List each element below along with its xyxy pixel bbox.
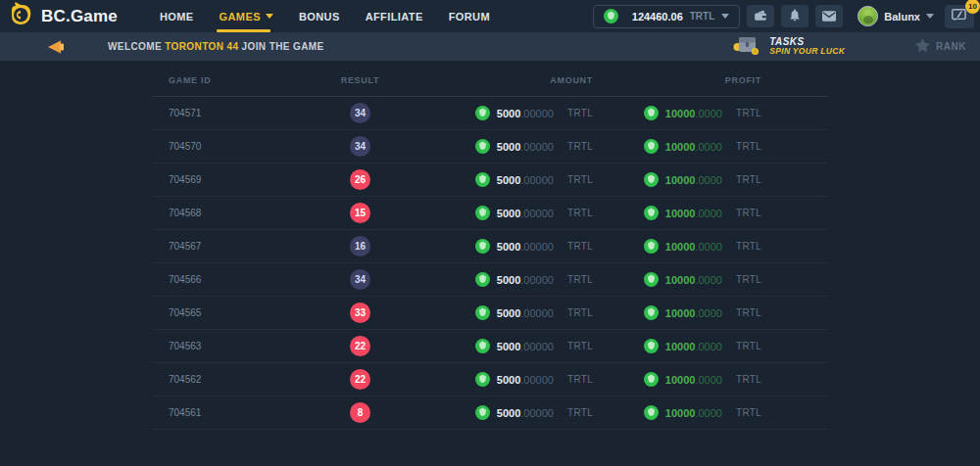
profit-currency: TRTL	[736, 174, 761, 185]
table-row[interactable]: 704566 34 5000.00000 TRTL 10000.0000 TRT…	[152, 263, 828, 297]
profit-integer: 10000	[665, 374, 696, 386]
game-id: 704571	[152, 108, 304, 118]
treasure-chest-icon	[733, 34, 760, 60]
chevron-down-icon	[926, 14, 934, 19]
trtl-coin-icon	[644, 139, 659, 154]
topbar-right: 124460.06 TRTL Balunx	[593, 5, 974, 28]
table-body: 704571 34 5000.00000 TRTL 10000.0000 TRT…	[152, 97, 828, 430]
profit-integer: 10000	[665, 407, 696, 419]
messages-button[interactable]	[815, 5, 843, 27]
trtl-coin-icon	[475, 272, 490, 287]
welcome-suffix: JOIN THE GAME	[238, 41, 323, 52]
mail-icon	[822, 8, 836, 25]
nav-home[interactable]: HOME	[147, 0, 207, 32]
table-header: GAME ID RESULT AMOUNT PROFIT	[152, 65, 828, 97]
logo[interactable]: BC.Game	[8, 2, 118, 31]
result-badge: 22	[350, 369, 370, 390]
amount-decimals: .00000	[520, 341, 554, 352]
tasks-subtitle: SPIN YOUR LUCK	[769, 47, 845, 57]
game-id: 704562	[152, 374, 304, 385]
trtl-coin-icon	[644, 206, 659, 220]
profit-cell: 10000.0000 TRTL	[608, 305, 828, 320]
game-history-table: GAME ID RESULT AMOUNT PROFIT 704571 34 5…	[152, 65, 828, 430]
table-row[interactable]: 704570 34 5000.00000 TRTL 10000.0000 TRT…	[152, 130, 828, 163]
profit-cell: 10000.0000 TRTL	[608, 139, 828, 154]
user-name: Balunx	[884, 11, 920, 23]
profit-cell: 10000.0000 TRTL	[608, 372, 828, 387]
amount-integer: 5000	[497, 374, 520, 386]
profit-integer: 10000	[665, 274, 696, 286]
wallet-button[interactable]	[747, 5, 774, 27]
trtl-coin-icon	[644, 272, 659, 287]
chat-button[interactable]: 10	[945, 5, 974, 28]
user-menu[interactable]: Balunx	[858, 6, 934, 26]
balance-selector[interactable]: 124460.06 TRTL	[593, 5, 741, 28]
welcome-message: WELCOME TORONTON 44 JOIN THE GAME	[108, 41, 324, 52]
amount-currency: TRTL	[567, 274, 593, 285]
chevron-down-icon	[266, 14, 273, 19]
amount-cell: 5000.00000 TRTL	[416, 239, 608, 254]
profit-cell: 10000.0000 TRTL	[608, 106, 828, 120]
tasks-link[interactable]: TASKS SPIN YOUR LUCK	[733, 34, 845, 60]
amount-integer: 5000	[497, 108, 520, 119]
profit-currency: TRTL	[736, 374, 761, 385]
result-badge: 34	[350, 136, 370, 157]
amount-currency: TRTL	[567, 341, 593, 351]
amount-integer: 5000	[497, 341, 520, 352]
trtl-coin-icon	[475, 339, 490, 353]
wallet-icon	[754, 8, 767, 25]
amount-cell: 5000.00000 TRTL	[416, 372, 608, 387]
profit-currency: TRTL	[736, 341, 761, 351]
rank-label: RANK	[936, 41, 966, 52]
amount-decimals: .00000	[520, 141, 554, 153]
table-row[interactable]: 704563 22 5000.00000 TRTL 10000.0000 TRT…	[152, 330, 828, 363]
table-row[interactable]: 704565 33 5000.00000 TRTL 10000.0000 TRT…	[152, 297, 828, 330]
profit-decimals: .0000	[695, 108, 722, 119]
table-row[interactable]: 704568 15 5000.00000 TRTL 10000.0000 TRT…	[152, 197, 828, 230]
rank-link[interactable]: RANK	[915, 38, 966, 56]
avatar	[858, 6, 878, 26]
amount-integer: 5000	[497, 307, 520, 319]
amount-cell: 5000.00000 TRTL	[416, 106, 608, 120]
amount-integer: 5000	[497, 274, 520, 286]
amount-cell: 5000.00000 TRTL	[416, 139, 608, 154]
nav-bonus[interactable]: BONUS	[286, 0, 353, 32]
nav-affiliate[interactable]: AFFILIATE	[353, 0, 436, 32]
megaphone-icon	[47, 40, 65, 54]
trtl-coin-icon	[644, 106, 659, 120]
amount-decimals: .00000	[520, 108, 554, 119]
profit-cell: 10000.0000 TRTL	[608, 339, 828, 353]
trtl-coin-icon	[644, 339, 659, 353]
nav-forum[interactable]: FORUM	[436, 0, 503, 32]
balance-amount: 124460.06	[632, 11, 683, 23]
profit-decimals: .0000	[695, 241, 722, 253]
profit-cell: 10000.0000 TRTL	[608, 239, 828, 254]
result-badge: 16	[350, 236, 370, 256]
profit-decimals: .0000	[695, 341, 722, 352]
profit-integer: 10000	[665, 208, 696, 219]
amount-decimals: .00000	[520, 307, 554, 319]
trtl-coin-icon	[644, 405, 659, 420]
amount-decimals: .00000	[520, 407, 554, 419]
trtl-coin-icon	[644, 172, 659, 187]
table-row[interactable]: 704571 34 5000.00000 TRTL 10000.0000 TRT…	[152, 97, 828, 130]
profit-currency: TRTL	[736, 108, 761, 118]
nav-bonus-label: BONUS	[299, 11, 340, 23]
table-row[interactable]: 704569 26 5000.00000 TRTL 10000.0000 TRT…	[152, 163, 828, 197]
trtl-coin-icon	[475, 305, 490, 320]
result-badge: 34	[350, 103, 370, 123]
result-cell: 34	[304, 269, 416, 290]
nav-games[interactable]: GAMES	[207, 0, 286, 32]
notifications-button[interactable]	[781, 5, 808, 27]
amount-integer: 5000	[497, 174, 520, 186]
table-row[interactable]: 704567 16 5000.00000 TRTL 10000.0000 TRT…	[152, 230, 828, 263]
amount-decimals: .00000	[520, 241, 554, 253]
profit-decimals: .0000	[695, 274, 722, 286]
result-cell: 34	[304, 136, 416, 157]
table-row[interactable]: 704562 22 5000.00000 TRTL 10000.0000 TRT…	[152, 363, 828, 396]
result-cell: 15	[304, 203, 416, 223]
profit-integer: 10000	[665, 307, 696, 319]
table-row[interactable]: 704561 8 5000.00000 TRTL 10000.0000 TRTL	[152, 396, 828, 430]
column-header-game-id: GAME ID	[152, 75, 304, 85]
welcome-prefix: WELCOME	[108, 41, 165, 52]
